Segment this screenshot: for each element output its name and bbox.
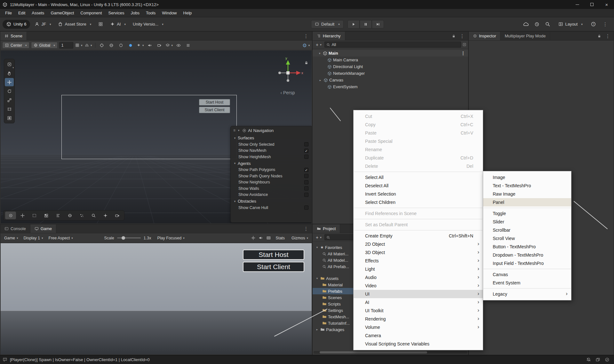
game-panel-menu-icon[interactable]: ⋮ — [302, 226, 310, 232]
submenu-item-panel[interactable]: Panel — [483, 198, 571, 206]
menu-item-video[interactable]: Video — [354, 282, 483, 290]
audio-speaker-icon[interactable] — [259, 236, 263, 240]
hierarchy-search-field[interactable]: All — [324, 42, 461, 48]
menu-item-2d-object[interactable]: 2D Object — [354, 240, 483, 248]
menu-item-select-all[interactable]: Select All — [354, 173, 483, 182]
menu-item-rendering[interactable]: Rendering — [354, 315, 483, 323]
tab-hierarchy[interactable]: Hierarchy — [313, 32, 345, 40]
snap-move-icon[interactable] — [100, 212, 111, 219]
scene-options-icon[interactable]: ⋮ — [459, 50, 467, 56]
play-button[interactable] — [347, 20, 360, 28]
menu-item-deselect-all[interactable]: Deselect All — [354, 182, 483, 190]
gizmo-lock-icon[interactable] — [304, 61, 308, 65]
snap-settings-dropdown[interactable] — [75, 42, 83, 49]
lock-icon[interactable] — [452, 34, 456, 38]
submenu-item-event-system[interactable]: Event System — [483, 279, 571, 287]
tab-scene[interactable]: Scene — [0, 32, 27, 40]
windows-stack-icon[interactable] — [595, 357, 600, 362]
checkbox-show-carve-hull[interactable] — [304, 205, 308, 210]
menu-item-ui-toolkit[interactable]: UI Toolkit — [354, 306, 483, 315]
skybox-toggle[interactable] — [108, 42, 116, 49]
submenu-item-scroll-view[interactable]: Scroll View — [483, 234, 571, 243]
submenu-item-text-textmeshpro[interactable]: Text - TextMeshPro — [483, 182, 571, 190]
menu-item-visual-scripting-scene-variables[interactable]: Visual Scripting Scene Variables — [354, 340, 483, 348]
audio-mute-toggle[interactable] — [146, 42, 154, 49]
menubar-item-window[interactable]: Window — [159, 9, 180, 17]
checkbox-show-path-polygons[interactable] — [304, 168, 308, 172]
minimize-button[interactable] — [570, 0, 585, 9]
step-button[interactable] — [372, 20, 384, 28]
add-asset-button[interactable]: + — [314, 234, 323, 241]
menubar-item-tools[interactable]: Tools — [143, 9, 159, 17]
stats-button[interactable]: Stats — [274, 235, 287, 241]
device-grid-icon[interactable] — [266, 236, 271, 240]
menu-item-ui[interactable]: UI — [354, 290, 483, 298]
checkbox-show-neighbours[interactable] — [304, 180, 308, 184]
checkbox-show-heightmesh[interactable] — [304, 155, 308, 159]
horizontal-scrollbar[interactable] — [314, 351, 467, 354]
hierarchy-item-main-camera[interactable]: Main Camera — [313, 57, 468, 63]
rect-tool-button[interactable] — [5, 105, 14, 113]
game-viewport[interactable]: Start Host Start Client — [1, 243, 312, 354]
ai-dropdown[interactable]: AI — [108, 20, 128, 29]
help-icon[interactable]: ? — [591, 21, 596, 27]
scene-visibility-toggle[interactable] — [175, 42, 183, 49]
add-gameobject-button[interactable]: + — [314, 42, 323, 48]
camera-rig-icon[interactable] — [112, 212, 123, 219]
maximize-button[interactable] — [585, 0, 599, 9]
hierarchy-item-canvas[interactable]: ▸ Canvas — [313, 77, 468, 83]
game-start-host-button[interactable]: Start Host — [243, 250, 304, 260]
lock-icon[interactable] — [597, 34, 601, 38]
checkbox-show-navmesh[interactable] — [304, 149, 308, 153]
scrollbar-thumb[interactable] — [320, 351, 427, 353]
checkbox-show-walls[interactable] — [304, 186, 308, 190]
menu-item-ai[interactable]: AI — [354, 298, 483, 306]
highlight-sun-icon[interactable] — [251, 236, 256, 240]
grid-size-field[interactable]: 1 — [59, 42, 73, 49]
game-start-client-button[interactable]: Start Client — [243, 262, 304, 272]
shaded-mode-toggle[interactable] — [127, 42, 135, 49]
scene-panel-menu-icon[interactable]: ⋮ — [302, 33, 310, 39]
scene-start-client-button[interactable]: Start Client — [199, 107, 230, 113]
submenu-item-button-textmeshpro[interactable]: Button - TextMeshPro — [483, 243, 571, 251]
submenu-item-raw-image[interactable]: Raw Image — [483, 190, 571, 198]
grid-visibility-dropdown[interactable] — [84, 42, 92, 49]
camera-preview-toggle[interactable] — [155, 42, 163, 49]
zoom-overlay-icon[interactable] — [88, 212, 99, 219]
console-message-icon[interactable] — [3, 357, 7, 362]
submenu-item-image[interactable]: Image — [483, 173, 571, 182]
expand-icon[interactable]: ▸ — [318, 79, 322, 82]
move-tool-button[interactable] — [5, 78, 14, 86]
view-tool-button[interactable] — [5, 69, 14, 77]
persp-toggle[interactable]: Persp — [273, 90, 302, 95]
tasks-ok-icon[interactable] — [605, 357, 610, 362]
submenu-item-scrollbar[interactable]: Scrollbar — [483, 226, 571, 234]
submenu-item-input-field-textmeshpro[interactable]: Input Field - TextMeshPro — [483, 259, 571, 267]
scene-start-host-button[interactable]: Start Host — [199, 99, 230, 105]
menu-item-create-empty[interactable]: Create EmptyCtrl+Shift+N — [354, 232, 483, 240]
tab-inspector[interactable]: Inspector — [469, 32, 500, 40]
menu-item-invert-selection[interactable]: Invert Selection — [354, 190, 483, 198]
effects-dropdown[interactable] — [136, 42, 144, 49]
tool-settings-dropdown[interactable] — [5, 60, 14, 68]
menubar-item-edit[interactable]: Edit — [15, 9, 28, 17]
sphere-overlay-icon[interactable] — [64, 212, 75, 219]
scene-viewport[interactable]: Start Host Start Client — [1, 50, 312, 223]
menubar-item-help[interactable]: Help — [180, 9, 195, 17]
menu-item-select-children[interactable]: Select Children — [354, 198, 483, 206]
focus-dropdown[interactable]: Play Focused — [155, 235, 186, 241]
tab-console[interactable]: Console — [0, 224, 30, 233]
checkbox-show-path-query-nodes[interactable] — [304, 174, 308, 178]
measure-bars-icon[interactable] — [52, 212, 63, 219]
submenu-item-toggle[interactable]: Toggle — [483, 209, 571, 218]
menubar-item-component[interactable]: Component — [77, 9, 105, 17]
search-filter-icon[interactable] — [462, 43, 466, 47]
display-dropdown[interactable]: Display 1 — [22, 235, 45, 241]
submenu-item-slider[interactable]: Slider — [483, 218, 571, 226]
tab-project[interactable]: Project — [313, 224, 340, 233]
checkbox-show-avoidance[interactable] — [304, 193, 308, 197]
game-mode-dropdown[interactable]: Game — [2, 235, 20, 241]
submenu-item-canvas[interactable]: Canvas — [483, 270, 571, 279]
layout-grid-icon[interactable] — [41, 212, 52, 219]
inspector-panel-menu-icon[interactable]: ⋮ — [604, 33, 611, 39]
